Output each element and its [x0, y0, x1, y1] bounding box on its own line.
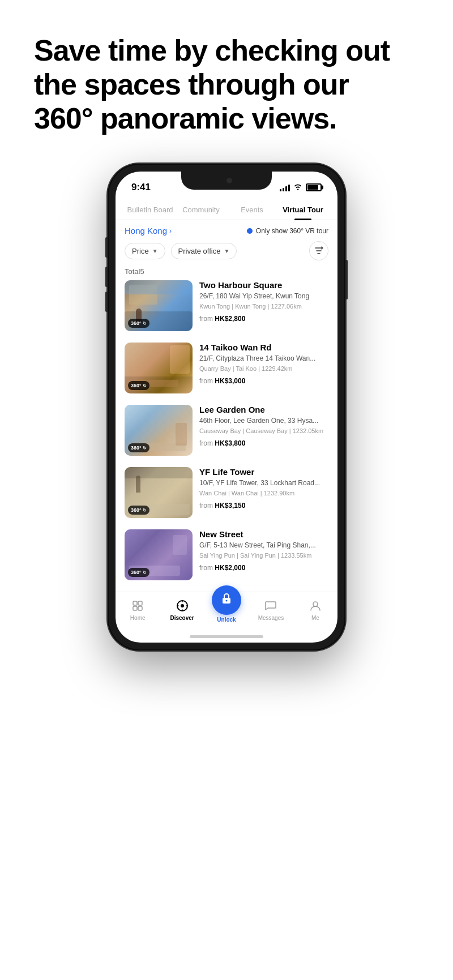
listing-name-2: 14 Taikoo Wan Rd: [199, 343, 328, 353]
nav-discover-label: Discover: [170, 615, 194, 621]
svg-rect-0: [133, 601, 137, 605]
battery-icon: [306, 183, 322, 191]
listing-info-4: YF Life Tower 10/F, YF Life Tower, 33 Lo…: [199, 467, 328, 518]
listing-item[interactable]: 360° ↻ 14 Taikoo Wan Rd 21/F, Cityplaza …: [125, 343, 328, 393]
phone-frame: 9:41: [108, 164, 345, 651]
nav-messages-label: Messages: [258, 615, 284, 621]
listing-price-1: from HK$2,800: [199, 315, 328, 323]
location-button[interactable]: Hong Kong ›: [125, 226, 172, 236]
nav-unlock[interactable]: Unlock: [204, 597, 249, 623]
tab-bulletin-board[interactable]: Bulletin Board: [125, 200, 176, 220]
listing-price-3: from HK$3,800: [199, 439, 328, 447]
listing-price-2: from HK$3,000: [199, 377, 328, 385]
signal-icon: [280, 183, 290, 191]
location-label: Hong Kong: [125, 226, 167, 236]
notch: [181, 172, 272, 190]
unlock-icon: [220, 592, 233, 608]
listing-info-2: 14 Taikoo Wan Rd 21/F, Cityplaza Three 1…: [199, 343, 328, 393]
unlock-button[interactable]: [212, 585, 241, 615]
listing-address-3: 46th Floor, Lee Garden One, 33 Hysa...: [199, 417, 328, 426]
listing-item[interactable]: 360° ↻ Two Harbour Square 26/F, 180 Wai …: [125, 280, 328, 331]
headline-line3: 360° panoramic views.: [34, 102, 337, 135]
listing-info-5: New Street G/F, 5-13 New Street, Tai Pin…: [199, 529, 328, 580]
listing-location-5: Sai Ying Pun | Sai Ying Pun | 1233.55km: [199, 552, 328, 559]
vr-badge-5: 360° ↻: [128, 568, 149, 577]
status-time: 9:41: [131, 182, 151, 193]
vr-badge-4: 360° ↻: [128, 506, 149, 515]
listing-item[interactable]: 360° ↻ Lee Garden One 46th Floor, Lee Ga…: [125, 405, 328, 456]
listing-location-4: Wan Chai | Wan Chai | 1232.90km: [199, 490, 328, 497]
vr-badge-2: 360° ↻: [128, 381, 149, 390]
listing-location-1: Kwun Tong | Kwun Tong | 1227.06km: [199, 303, 328, 310]
nav-home-label: Home: [130, 615, 146, 621]
home-icon: [130, 598, 145, 613]
office-type-filter[interactable]: Private office ▼: [171, 243, 237, 259]
vr-toggle[interactable]: Only show 360° VR tour: [247, 227, 328, 235]
vr-badge-3: 360° ↻: [128, 443, 149, 452]
nav-tabs: Bulletin Board Community Events Virtual …: [116, 200, 337, 220]
filter-row: Price ▼ Private office ▼: [116, 241, 337, 267]
listing-thumb-3: 360° ↻: [125, 405, 193, 456]
listing-item[interactable]: 360° ↻ New Street G/F, 5-13 New Street, …: [125, 529, 328, 580]
price-chevron-icon: ▼: [152, 248, 158, 254]
wifi-icon: [293, 183, 302, 192]
listing-location-2: Quarry Bay | Tai Koo | 1229.42km: [199, 365, 328, 372]
listing-name-5: New Street: [199, 529, 328, 540]
svg-point-5: [181, 604, 184, 607]
headline: Save time by checking out the spaces thr…: [23, 0, 430, 158]
listing-address-4: 10/F, YF Life Tower, 33 Lockhart Road...: [199, 479, 328, 488]
svg-rect-2: [133, 606, 137, 610]
vr-toggle-label: Only show 360° VR tour: [256, 227, 328, 235]
listing-thumb-5: 360° ↻: [125, 529, 193, 580]
nav-me[interactable]: Me: [293, 598, 337, 621]
bottom-nav: Home Discover: [116, 592, 337, 632]
listing-price-5: from HK$2,000: [199, 564, 328, 572]
svg-point-7: [226, 600, 228, 602]
listing-price-4: from HK$3,150: [199, 502, 328, 510]
nav-messages[interactable]: Messages: [249, 598, 293, 621]
listing-name-1: Two Harbour Square: [199, 280, 328, 290]
sort-icon: [314, 246, 324, 256]
status-icons: [280, 183, 322, 192]
tab-events[interactable]: Events: [226, 200, 277, 220]
phone-screen: 9:41: [116, 172, 337, 643]
total-count: Total5: [116, 267, 337, 280]
phone-wrapper: 9:41: [108, 164, 345, 651]
home-indicator: [190, 635, 263, 638]
chevron-right-icon: ›: [169, 227, 172, 235]
office-label: Private office: [178, 247, 221, 255]
messages-icon: [263, 598, 278, 613]
listing-name-3: Lee Garden One: [199, 405, 328, 415]
tab-virtual-tour[interactable]: Virtual Tour: [277, 200, 328, 220]
filter-bar: Hong Kong › Only show 360° VR tour: [116, 220, 337, 241]
me-icon: [308, 598, 323, 613]
vr-360-icon: 360°: [131, 320, 142, 326]
tab-community[interactable]: Community: [176, 200, 226, 220]
discover-icon: [175, 598, 190, 613]
listing-address-2: 21/F, Cityplaza Three 14 Taikoo Wan...: [199, 354, 328, 363]
price-label: Price: [132, 247, 149, 255]
nav-home[interactable]: Home: [116, 598, 160, 621]
svg-point-8: [313, 602, 318, 606]
vr-badge-1: 360° ↻: [128, 319, 149, 328]
listing-address-5: G/F, 5-13 New Street, Tai Ping Shan,...: [199, 541, 328, 550]
listing-name-4: YF Life Tower: [199, 467, 328, 477]
nav-discover[interactable]: Discover: [160, 598, 204, 621]
listing-info-3: Lee Garden One 46th Floor, Lee Garden On…: [199, 405, 328, 456]
headline-line2: the spaces through our: [34, 68, 349, 101]
vr-dot-icon: [247, 228, 253, 234]
nav-me-label: Me: [311, 615, 319, 621]
listing-thumb-1: 360° ↻: [125, 280, 193, 331]
listing-thumb-4: 360° ↻: [125, 467, 193, 518]
listing-thumb-2: 360° ↻: [125, 343, 193, 393]
notch-camera: [226, 178, 232, 183]
headline-line1: Save time by checking out: [34, 34, 390, 67]
listing-address-1: 26/F, 180 Wai Yip Street, Kwun Tong: [199, 292, 328, 301]
office-chevron-icon: ▼: [224, 248, 229, 254]
sort-button[interactable]: [309, 241, 328, 260]
nav-unlock-label: Unlock: [217, 617, 236, 623]
listing-item[interactable]: 360° ↻ YF Life Tower 10/F, YF Life Tower…: [125, 467, 328, 518]
listing-location-3: Causeway Bay | Causeway Bay | 1232.05km: [199, 427, 328, 434]
listing-info-1: Two Harbour Square 26/F, 180 Wai Yip Str…: [199, 280, 328, 331]
price-filter[interactable]: Price ▼: [125, 243, 165, 259]
